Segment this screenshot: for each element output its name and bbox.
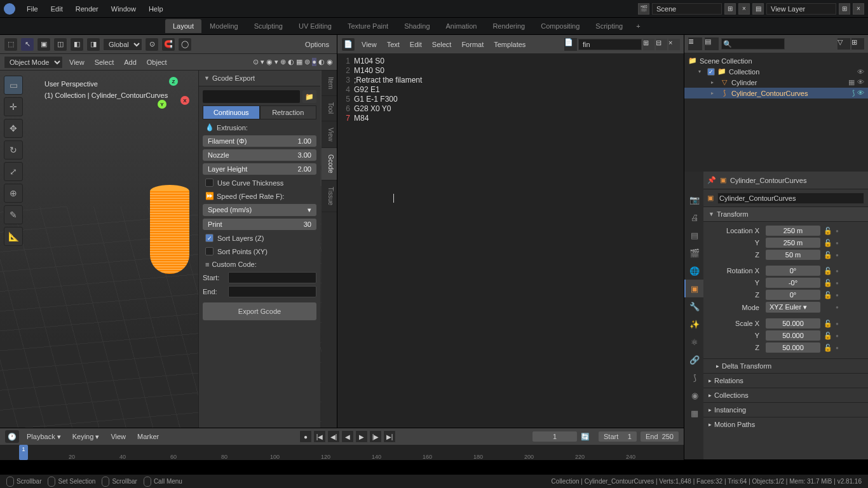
prop-tab-world-icon[interactable]: 🌐 xyxy=(684,262,703,280)
object-name-input[interactable] xyxy=(717,193,864,204)
export-gcode-button[interactable]: Export Gcode xyxy=(203,302,316,320)
prop-tab-texture-icon[interactable]: ▦ xyxy=(684,404,703,422)
editor-type-icon[interactable]: ⬚ xyxy=(4,37,18,51)
render-menu[interactable]: Render xyxy=(69,5,105,13)
viewport-opt4-icon[interactable]: ▾ xyxy=(275,58,278,66)
tab-shading[interactable]: Shading xyxy=(397,19,437,33)
filament-field[interactable]: Filament (Φ)1.00 xyxy=(203,135,316,147)
layer-height-field[interactable]: Layer Height2.00 xyxy=(203,163,316,175)
navigation-gizmo[interactable]: Z X Y xyxy=(155,77,191,112)
help-menu[interactable]: Help xyxy=(142,5,170,13)
rotation-y-field[interactable]: -0° xyxy=(766,278,820,288)
prop-tab-data-icon[interactable]: ⟆ xyxy=(684,369,703,386)
new-scene-icon[interactable]: ⊞ xyxy=(724,3,736,15)
eye-icon[interactable]: 👁 xyxy=(857,68,864,76)
outliner-filter-icon[interactable]: ▽ xyxy=(837,38,850,50)
timeline-type-icon[interactable]: 🕐 xyxy=(5,430,19,443)
annotate-tool-icon[interactable]: ✎ xyxy=(4,205,23,224)
rotate-tool-icon[interactable]: ↻ xyxy=(4,140,23,159)
speed-mode-dropdown[interactable]: Speed (mm/s)▾ xyxy=(203,204,316,216)
timeline-track[interactable]: 1 20 40 60 80 100 120 140 160 180 200 22… xyxy=(0,445,684,460)
lock-icon[interactable]: 🔓 xyxy=(823,320,833,328)
start-frame-input[interactable]: Start1 xyxy=(599,431,637,442)
axis-z-icon[interactable]: Z xyxy=(169,77,178,86)
select-all-icon[interactable]: ◨ xyxy=(86,37,100,51)
prop-tab-material-icon[interactable]: ◉ xyxy=(684,386,703,404)
viewport-opt2-icon[interactable]: ▾ xyxy=(261,58,264,66)
lock-icon[interactable]: 🔓 xyxy=(823,251,833,259)
xray-icon[interactable]: ▦ xyxy=(296,58,302,66)
tab-texturepaint[interactable]: Texture Paint xyxy=(340,19,396,33)
overlay-toggle-icon[interactable]: ◐ xyxy=(288,58,294,66)
rotation-x-field[interactable]: 0° xyxy=(766,266,820,276)
play-reverse-icon[interactable]: ◀ xyxy=(341,430,354,443)
viewport-3d-area[interactable]: User Perspective (1) Collection | Cylind… xyxy=(0,71,337,459)
file-menu[interactable]: File xyxy=(20,5,44,13)
nozzle-field[interactable]: Nozzle3.00 xyxy=(203,149,316,161)
text-text-menu[interactable]: Text xyxy=(383,41,403,48)
orientation-dropdown[interactable]: Global xyxy=(103,38,142,51)
text-view-menu[interactable]: View xyxy=(358,41,381,48)
text-edit-menu[interactable]: Edit xyxy=(406,41,426,48)
collections-section[interactable]: ▸Collections xyxy=(703,388,868,402)
timeline-view-menu[interactable]: View xyxy=(107,433,130,440)
prop-tab-scene-icon[interactable]: 🎬 xyxy=(684,244,703,262)
curve-thickness-checkbox[interactable]: Use Curve Thickness xyxy=(203,177,316,188)
end-code-input[interactable] xyxy=(228,286,316,297)
blender-logo-icon[interactable] xyxy=(4,3,15,15)
sort-layers-checkbox[interactable]: ✓Sort Layers (Z) xyxy=(203,233,316,243)
text-templates-menu[interactable]: Templates xyxy=(490,41,529,48)
prop-tab-particle-icon[interactable]: ✨ xyxy=(684,315,703,333)
object-menu[interactable]: Object xyxy=(143,58,171,66)
continuous-toggle[interactable]: Continuous xyxy=(203,105,260,119)
keying-menu[interactable]: Keying ▾ xyxy=(69,433,104,441)
window-menu[interactable]: Window xyxy=(105,5,142,13)
cylinder-object[interactable] xyxy=(150,185,189,280)
text-format-menu[interactable]: Format xyxy=(458,41,487,48)
tab-animation[interactable]: Animation xyxy=(438,19,485,33)
tree-cylinder[interactable]: ▸▽Cylinder▦👁 xyxy=(684,77,868,88)
gizmo-toggle-icon[interactable]: ⊕ xyxy=(280,58,286,66)
prop-tab-modifier-icon[interactable]: 🔧 xyxy=(684,297,703,315)
instancing-section[interactable]: ▸Instancing xyxy=(703,402,868,417)
tab-item[interactable]: Item xyxy=(322,71,337,96)
tab-modeling[interactable]: Modeling xyxy=(202,19,246,33)
current-frame-input[interactable]: 1 xyxy=(532,431,577,442)
add-menu[interactable]: Add xyxy=(120,58,140,66)
sort-points-checkbox[interactable]: Sort Points (XY) xyxy=(203,246,316,257)
new-viewlayer-icon[interactable]: ⊞ xyxy=(839,3,850,15)
lock-icon[interactable]: 🔓 xyxy=(823,227,833,235)
edit-menu[interactable]: Edit xyxy=(44,5,69,13)
rotation-z-field[interactable]: 0° xyxy=(766,290,820,300)
snap-icon[interactable]: 🧲 xyxy=(161,37,175,51)
prop-tab-render-icon[interactable]: 📷 xyxy=(684,191,703,208)
outliner-type-icon[interactable]: ≣ xyxy=(688,37,702,50)
text-new-icon[interactable]: ⊞ xyxy=(643,39,654,50)
end-frame-input[interactable]: End250 xyxy=(641,431,679,442)
select-tool-icon[interactable]: ▭ xyxy=(4,76,23,95)
properties-datablock[interactable]: ▣ xyxy=(703,189,868,207)
scale-tool-icon[interactable]: ⤢ xyxy=(4,162,23,181)
start-code-input[interactable] xyxy=(228,272,316,283)
shading-rendered-icon[interactable]: ◉ xyxy=(327,58,333,66)
measure-tool-icon[interactable]: 📐 xyxy=(4,227,23,246)
text-filename-input[interactable] xyxy=(578,39,642,50)
delete-viewlayer-icon[interactable]: × xyxy=(853,3,864,15)
axis-y-icon[interactable]: Y xyxy=(158,100,166,109)
relations-section[interactable]: ▸Relations xyxy=(703,373,868,388)
tree-collection[interactable]: ▾✓📁Collection👁 xyxy=(684,66,868,77)
tab-view[interactable]: View xyxy=(322,121,337,149)
marker-menu[interactable]: Marker xyxy=(133,433,163,440)
prop-tab-output-icon[interactable]: 🖨 xyxy=(684,208,703,226)
transform-section-header[interactable]: ▼Transform xyxy=(703,207,868,222)
text-select-menu[interactable]: Select xyxy=(428,41,456,48)
shading-wireframe-icon[interactable]: ⊚ xyxy=(304,58,310,66)
eye-icon[interactable]: 👁 xyxy=(857,89,864,97)
eye-icon[interactable]: 👁 xyxy=(857,78,864,86)
playback-menu[interactable]: Playback ▾ xyxy=(23,433,65,441)
select-circle-icon[interactable]: ◧ xyxy=(70,37,84,51)
motion-paths-section[interactable]: ▸Motion Paths xyxy=(703,417,868,431)
folder-browse-icon[interactable]: 📁 xyxy=(302,90,316,103)
scene-icon[interactable]: 🎬 xyxy=(638,3,649,15)
shading-material-icon[interactable]: ◐ xyxy=(318,58,325,66)
